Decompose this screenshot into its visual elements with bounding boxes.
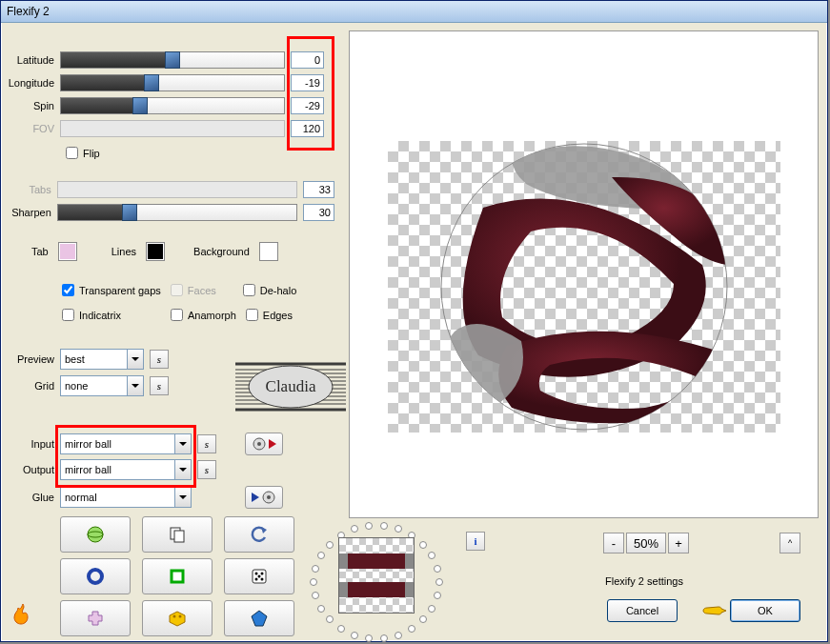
- glue-select-label: Glue: [1, 492, 54, 503]
- svg-marker-3: [252, 493, 259, 502]
- zoom-value[interactable]: 50%: [626, 533, 666, 553]
- svg-marker-22: [252, 611, 267, 626]
- tabs-value[interactable]: 33: [303, 181, 334, 198]
- grid-select[interactable]: none: [60, 375, 144, 396]
- ok-button[interactable]: OK: [730, 599, 800, 622]
- tool-globe-button[interactable]: [60, 516, 131, 553]
- tool-brick-button[interactable]: [142, 600, 213, 636]
- grid-select-label: Grid: [1, 380, 54, 392]
- sharpen-label: Sharpen: [1, 207, 51, 218]
- latitude-label: Latitude: [1, 54, 54, 66]
- preview-s-button[interactable]: s: [150, 350, 169, 369]
- anamorph-label: Anamorph: [188, 310, 236, 321]
- dehalo-label: De-halo: [260, 285, 297, 296]
- svg-marker-2: [269, 439, 276, 449]
- highlight-values: [287, 36, 334, 151]
- play-cd-button[interactable]: [245, 433, 283, 455]
- tool-square-button[interactable]: [142, 558, 213, 594]
- globe-icon: [86, 525, 105, 544]
- grid-s-button[interactable]: s: [150, 376, 169, 395]
- tab-color-label: Tab: [31, 246, 49, 257]
- edges-label: Edges: [263, 310, 293, 321]
- title-bar: Flexify 2: [1, 1, 827, 23]
- input-s-button[interactable]: s: [197, 434, 216, 453]
- sharpen-value[interactable]: 30: [303, 204, 334, 221]
- flip-label: Flip: [83, 148, 100, 159]
- zoom-in-button[interactable]: +: [668, 533, 689, 553]
- svg-point-18: [261, 578, 264, 581]
- lines-color-swatch[interactable]: [146, 242, 165, 261]
- input-select-label: Input: [1, 438, 54, 450]
- fov-slider: [60, 120, 285, 137]
- cancel-button[interactable]: Cancel: [607, 599, 678, 622]
- watermark: Claudia: [235, 360, 346, 413]
- info-button[interactable]: i: [466, 532, 485, 551]
- svg-point-17: [255, 578, 258, 581]
- background-color-swatch[interactable]: [259, 242, 278, 261]
- longitude-label: Longitude: [1, 77, 54, 89]
- plus-shape-icon: [86, 609, 105, 628]
- tab-color-swatch[interactable]: [58, 242, 77, 261]
- tool-plus-button[interactable]: [60, 600, 131, 636]
- fov-label: FOV: [1, 123, 54, 134]
- sharpen-slider[interactable]: [57, 204, 297, 221]
- preview-select-label: Preview: [1, 353, 54, 365]
- svg-point-16: [258, 575, 261, 578]
- tool-gem-button[interactable]: [224, 600, 294, 636]
- faces-label: Faces: [188, 285, 216, 296]
- preview-checker: [388, 141, 780, 433]
- tool-dice-button[interactable]: [224, 558, 294, 594]
- undo-icon: [250, 525, 269, 544]
- svg-point-20: [173, 615, 176, 618]
- indicatrix-label: Indicatrix: [79, 310, 121, 321]
- window-title: Flexify 2: [7, 5, 50, 18]
- fire-icon: [12, 603, 33, 626]
- longitude-slider[interactable]: [60, 74, 285, 91]
- flip-checkbox[interactable]: [66, 147, 78, 159]
- transparent-gaps-checkbox[interactable]: [62, 284, 74, 296]
- svg-point-6: [88, 527, 103, 542]
- svg-rect-9: [174, 531, 184, 542]
- output-s-button[interactable]: s: [197, 460, 216, 479]
- edges-checkbox[interactable]: [246, 309, 258, 321]
- cd-play-icon: [252, 436, 276, 452]
- spin-slider[interactable]: [60, 97, 285, 114]
- faces-checkbox: [171, 284, 183, 296]
- brick-icon: [167, 610, 188, 627]
- svg-marker-10: [261, 527, 267, 533]
- source-thumbnail[interactable]: [338, 537, 415, 614]
- svg-point-15: [261, 573, 264, 575]
- transparent-gaps-label: Transparent gaps: [79, 285, 161, 296]
- ring-icon: [86, 567, 105, 586]
- svg-text:Claudia: Claudia: [266, 377, 316, 395]
- zoom-out-button[interactable]: -: [603, 533, 624, 553]
- glue-select[interactable]: normal: [60, 487, 192, 508]
- svg-point-21: [179, 615, 182, 618]
- help-fire-button[interactable]: [12, 603, 33, 628]
- svg-point-5: [267, 495, 271, 499]
- square-icon: [168, 567, 187, 586]
- preview-sphere-art: [388, 141, 780, 433]
- copy-icon: [168, 525, 187, 544]
- latitude-slider[interactable]: [60, 51, 285, 69]
- svg-point-14: [255, 573, 258, 575]
- pointing-hand-icon: [701, 601, 728, 620]
- tool-ring-button[interactable]: [60, 558, 131, 594]
- svg-point-11: [89, 570, 102, 583]
- play-cd-button-2[interactable]: [245, 486, 283, 509]
- svg-rect-12: [172, 571, 183, 582]
- tool-copy-button[interactable]: [142, 516, 213, 553]
- spin-label: Spin: [1, 100, 54, 111]
- preview-panel: [349, 30, 819, 518]
- collapse-button[interactable]: ^: [779, 533, 800, 553]
- settings-label: Flexify 2 settings: [605, 575, 683, 587]
- indicatrix-checkbox[interactable]: [62, 309, 74, 321]
- highlight-input-output: [55, 425, 196, 488]
- tool-undo-button[interactable]: [224, 516, 294, 553]
- preview-select[interactable]: best: [60, 349, 144, 370]
- anamorph-checkbox[interactable]: [171, 309, 183, 321]
- svg-point-1: [257, 442, 261, 446]
- dehalo-checkbox[interactable]: [243, 284, 255, 296]
- gem-icon: [250, 609, 269, 628]
- play-cd-icon: [250, 490, 278, 505]
